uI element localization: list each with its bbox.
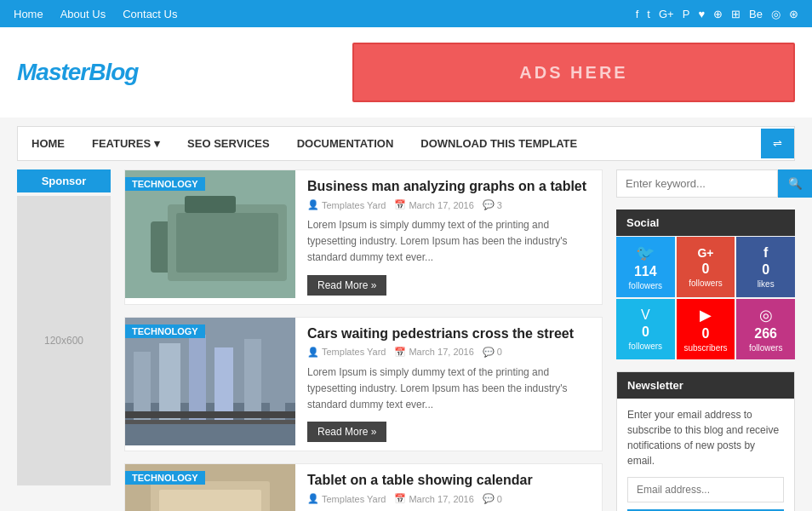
nav-home[interactable]: Home: [14, 8, 43, 20]
googleplus-label: followers: [689, 278, 722, 288]
dribbble-icon[interactable]: ⊕: [713, 8, 723, 20]
nav-about[interactable]: About Us: [60, 8, 106, 20]
user-icon: 👤: [307, 493, 319, 504]
instagram-count: 266: [754, 326, 777, 342]
article-card: TECHNOLOGY Tablet on a table showing cal…: [124, 463, 603, 511]
vimeo-count: 0: [642, 324, 649, 340]
instagram-social-cell[interactable]: ◎ 266 followers: [736, 299, 795, 359]
facebook-count: 0: [762, 262, 769, 278]
svg-rect-8: [159, 343, 180, 420]
vimeo-icon: V: [641, 307, 650, 323]
sidebar-left: Sponsor 120x600: [17, 169, 111, 511]
article-meta: 👤 Templates Yard 📅 March 17, 2016 💬 0: [307, 493, 590, 504]
svg-rect-18: [159, 490, 261, 511]
article-excerpt: Lorem Ipsum is simply dummy text of the …: [307, 217, 590, 267]
vimeo-label: followers: [629, 342, 662, 351]
facebook-icon[interactable]: f: [636, 8, 639, 20]
article-thumbnail: TECHNOLOGY: [125, 170, 295, 304]
sponsor-ad-block: 120x600: [17, 196, 111, 485]
logo-text: MasterBlog: [17, 59, 138, 85]
svg-rect-10: [214, 347, 233, 420]
calendar-icon: 📅: [394, 493, 406, 504]
dropdown-arrow-icon: ▾: [154, 137, 160, 150]
article-thumbnail: TECHNOLOGY: [125, 464, 295, 511]
sponsor-title: Sponsor: [17, 169, 111, 192]
nav-item-docs[interactable]: DOCUMENTATION: [283, 127, 408, 160]
author: 👤 Templates Yard: [307, 493, 386, 504]
svg-rect-4: [185, 196, 236, 213]
search-widget: 🔍: [616, 169, 795, 198]
main-navigation: HOME FEATURES ▾ SEO SERVICES DOCUMENTATI…: [17, 126, 795, 161]
googleplus-social-cell[interactable]: G+ 0 followers: [677, 237, 735, 297]
site-logo[interactable]: MasterBlog: [17, 59, 138, 86]
top-nav: Home About Us Contact Us: [14, 8, 177, 20]
comment-icon: 💬: [483, 493, 495, 504]
instagram-icon: ◎: [759, 306, 773, 324]
read-more-button[interactable]: Read More »: [307, 422, 386, 442]
social-widget: Social 🐦 114 followers G+ 0 followers f …: [616, 210, 795, 359]
heart-icon[interactable]: ♥: [698, 8, 705, 20]
article-title[interactable]: Cars waiting pedestrians cross the stree…: [307, 326, 590, 342]
rss-icon[interactable]: ⊞: [731, 8, 741, 20]
svg-rect-12: [270, 356, 285, 420]
svg-rect-9: [189, 335, 206, 420]
search-input[interactable]: [616, 169, 778, 198]
author: 👤 Templates Yard: [307, 347, 386, 358]
nav-item-seo[interactable]: SEO SERVICES: [174, 127, 283, 160]
facebook-label: likes: [758, 279, 775, 289]
article-card: TECHNOLOGY Cars waiting pedestrians cros…: [124, 317, 603, 452]
category-badge: TECHNOLOGY: [125, 471, 205, 485]
date: 📅 March 17, 2016: [394, 199, 473, 210]
author: 👤 Templates Yard: [307, 199, 386, 210]
comment-icon: 💬: [483, 347, 495, 358]
user-icon: 👤: [307, 347, 319, 358]
twitter-label: followers: [629, 281, 662, 290]
email-input[interactable]: [627, 477, 784, 502]
pinterest-icon[interactable]: P: [683, 8, 690, 20]
article-body: Cars waiting pedestrians cross the stree…: [295, 318, 602, 451]
svg-rect-3: [176, 213, 278, 273]
search-button[interactable]: 🔍: [778, 169, 812, 198]
ads-banner: ADS HERE: [352, 43, 795, 102]
read-more-button[interactable]: Read More »: [307, 275, 386, 296]
article-excerpt: Lorem Ipsum is simply dummy text of the …: [307, 365, 590, 414]
twitter-count: 114: [634, 264, 657, 279]
comments: 💬 0: [483, 347, 502, 358]
nav-item-features[interactable]: FEATURES ▾: [78, 127, 174, 160]
article-title[interactable]: Business man analyzing graphs on a table…: [307, 179, 590, 194]
youtube-social-cell[interactable]: ▶ 0 subscribers: [677, 299, 735, 359]
twitter-icon[interactable]: t: [647, 8, 650, 20]
main-content: TECHNOLOGY Business man analyzing graphs…: [124, 169, 603, 511]
nav-items: HOME FEATURES ▾ SEO SERVICES DOCUMENTATI…: [18, 127, 761, 160]
vimeo-social-cell[interactable]: V 0 followers: [616, 299, 675, 359]
category-badge: TECHNOLOGY: [125, 324, 205, 338]
content-area: Sponsor 120x600 TECHNOLOGY: [0, 169, 812, 511]
newsletter-widget: Newsletter Enter your email address to s…: [616, 371, 795, 511]
category-badge: TECHNOLOGY: [125, 177, 205, 191]
youtube-icon: ▶: [700, 306, 712, 324]
article-card: TECHNOLOGY Business man analyzing graphs…: [124, 169, 603, 305]
googleplus-icon[interactable]: G+: [659, 8, 674, 20]
nav-item-home[interactable]: HOME: [18, 127, 78, 160]
youtube-label: subscribers: [683, 343, 727, 353]
facebook-social-cell[interactable]: f 0 likes: [736, 237, 795, 297]
article-meta: 👤 Templates Yard 📅 March 17, 2016 💬 0: [307, 347, 590, 358]
behance-icon[interactable]: Be: [749, 8, 763, 20]
newsletter-description: Enter your email address to subscribe to…: [627, 407, 784, 468]
extra-icon[interactable]: ⊛: [789, 8, 798, 20]
googleplus-icon: G+: [697, 246, 713, 260]
twitter-icon: 🐦: [636, 244, 655, 262]
twitter-social-cell[interactable]: 🐦 114 followers: [616, 237, 675, 297]
top-bar: Home About Us Contact Us f t G+ P ♥ ⊕ ⊞ …: [0, 0, 812, 27]
comments: 💬 0: [483, 493, 502, 504]
newsletter-title: Newsletter: [617, 372, 794, 399]
instagram-icon[interactable]: ◎: [771, 8, 781, 20]
date: 📅 March 17, 2016: [394, 347, 473, 358]
nav-item-download[interactable]: DOWNLOAD THIS TEMPLATE: [407, 127, 591, 160]
shuffle-icon: ⇌: [773, 137, 782, 150]
youtube-count: 0: [702, 326, 710, 342]
shuffle-button[interactable]: ⇌: [761, 129, 794, 158]
nav-contact[interactable]: Contact Us: [123, 8, 177, 20]
article-title[interactable]: Tablet on a table showing calendar: [307, 473, 590, 488]
facebook-icon: f: [763, 245, 768, 261]
